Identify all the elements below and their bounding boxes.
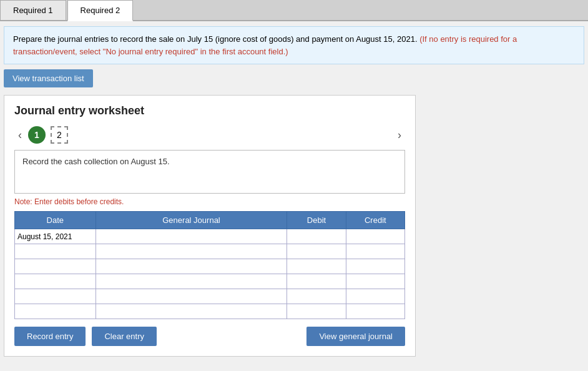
table-row (15, 274, 405, 289)
cell-credit-0[interactable] (346, 229, 404, 244)
input-gj-0[interactable] (96, 229, 287, 244)
table-row (15, 304, 405, 319)
cell-debit-3[interactable] (287, 274, 346, 289)
cell-gj-1[interactable] (96, 244, 287, 259)
cell-credit-2[interactable] (346, 259, 404, 274)
nav-page1[interactable]: 1 (28, 126, 46, 144)
description-text: Record the cash collection on August 15. (22, 157, 170, 166)
cell-debit-1[interactable] (287, 244, 346, 259)
tabs-bar: Required 1 Required 2 (0, 0, 588, 21)
cell-gj-5[interactable] (96, 304, 287, 319)
next-arrow[interactable]: › (394, 127, 405, 143)
cell-credit-1[interactable] (346, 244, 404, 259)
info-box: Prepare the journal entries to record th… (4, 26, 584, 64)
cell-credit-4[interactable] (346, 289, 404, 304)
input-debit-3[interactable] (287, 274, 345, 289)
input-gj-1[interactable] (96, 244, 287, 259)
tab-required1[interactable]: Required 1 (0, 0, 66, 20)
input-date-2[interactable] (15, 259, 96, 274)
worksheet-title: Journal entry worksheet (14, 104, 405, 117)
input-gj-4[interactable] (96, 289, 287, 304)
input-gj-5[interactable] (96, 304, 287, 319)
input-date-5[interactable] (15, 304, 96, 319)
input-debit-4[interactable] (287, 289, 345, 304)
input-credit-3[interactable] (346, 274, 404, 289)
cell-credit-3[interactable] (346, 274, 404, 289)
table-row (15, 229, 405, 244)
cell-gj-2[interactable] (96, 259, 287, 274)
table-row (15, 289, 405, 304)
input-debit-5[interactable] (287, 304, 345, 319)
action-buttons: Record entry Clear entry View general jo… (14, 327, 405, 346)
nav-row: ‹ 1 2 › (14, 126, 405, 144)
cell-debit-5[interactable] (287, 304, 346, 319)
info-main-text: Prepare the journal entries to record th… (13, 34, 418, 44)
nav-page2[interactable]: 2 (51, 126, 68, 144)
input-gj-2[interactable] (96, 259, 287, 274)
cell-credit-5[interactable] (346, 304, 404, 319)
tab-required2[interactable]: Required 2 (67, 0, 134, 21)
worksheet-container: Journal entry worksheet ‹ 1 2 › Record t… (4, 95, 416, 357)
table-row (15, 244, 405, 259)
cell-debit-0[interactable] (287, 229, 346, 244)
cell-gj-4[interactable] (96, 289, 287, 304)
input-credit-0[interactable] (346, 229, 404, 244)
cell-date-3[interactable] (15, 274, 96, 289)
header-date: Date (15, 212, 96, 229)
record-entry-button[interactable]: Record entry (14, 327, 86, 346)
view-transaction-button[interactable]: View transaction list (4, 69, 93, 87)
input-date-1[interactable] (15, 244, 96, 259)
cell-date-0[interactable] (15, 229, 96, 244)
cell-date-4[interactable] (15, 289, 96, 304)
view-general-journal-button[interactable]: View general journal (306, 327, 405, 346)
header-general-journal: General Journal (96, 212, 287, 229)
clear-entry-button[interactable]: Clear entry (92, 327, 157, 346)
input-date-3[interactable] (15, 274, 96, 289)
cell-debit-2[interactable] (287, 259, 346, 274)
note-text: Note: Enter debits before credits. (14, 197, 405, 206)
input-debit-1[interactable] (287, 244, 345, 259)
input-debit-0[interactable] (287, 229, 345, 244)
table-row (15, 259, 405, 274)
cell-date-1[interactable] (15, 244, 96, 259)
cell-date-2[interactable] (15, 259, 96, 274)
journal-table: Date General Journal Debit Credit (14, 211, 405, 319)
input-date-4[interactable] (15, 289, 96, 304)
cell-gj-0[interactable] (96, 229, 287, 244)
cell-gj-3[interactable] (96, 274, 287, 289)
header-debit: Debit (287, 212, 346, 229)
input-date-0[interactable] (15, 229, 96, 244)
input-credit-2[interactable] (346, 259, 404, 274)
cell-date-5[interactable] (15, 304, 96, 319)
input-credit-5[interactable] (346, 304, 404, 319)
header-credit: Credit (346, 212, 404, 229)
input-gj-3[interactable] (96, 274, 287, 289)
input-credit-1[interactable] (346, 244, 404, 259)
prev-arrow[interactable]: ‹ (14, 127, 26, 143)
cell-debit-4[interactable] (287, 289, 346, 304)
input-credit-4[interactable] (346, 289, 404, 304)
description-box: Record the cash collection on August 15. (14, 150, 405, 194)
input-debit-2[interactable] (287, 259, 345, 274)
